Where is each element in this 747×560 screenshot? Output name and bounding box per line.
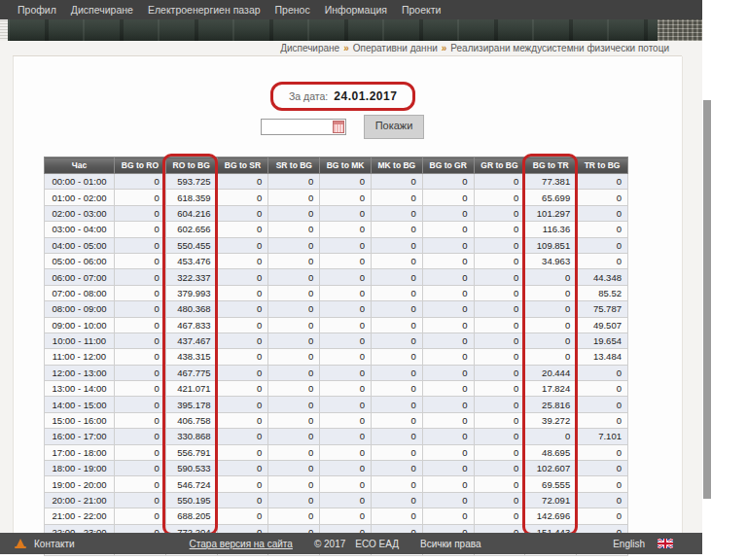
value-cell: 0: [320, 301, 372, 317]
value-cell: 0: [115, 222, 166, 237]
value-cell: 0: [268, 301, 320, 317]
table-row: 10:00 - 11:000437.467000000019.654: [45, 332, 628, 348]
hour-cell: 01:00 - 02:00: [45, 190, 115, 205]
hour-cell: 07:00 - 08:00: [45, 285, 115, 300]
table-row: 03:00 - 04:000602.656000000116.360: [45, 222, 628, 237]
value-cell: 0: [577, 237, 628, 253]
table-row: 01:00 - 02:000618.35900000065.6990: [45, 190, 628, 205]
nav-item-pazar[interactable]: Електроенергиен пазар: [148, 4, 261, 16]
value-cell: 0: [577, 253, 628, 268]
hour-cell: 03:00 - 04:00: [45, 222, 115, 237]
uk-flag-icon[interactable]: [658, 539, 673, 548]
value-cell: 7.101: [577, 429, 628, 444]
hour-cell: 00:00 - 01:00: [45, 174, 115, 190]
footer-old-version-link[interactable]: Стара версия на сайта: [190, 539, 293, 549]
value-cell: 0: [474, 508, 525, 524]
breadcrumb-operativni-danni[interactable]: Оперативни данни: [353, 43, 438, 53]
value-cell: 0: [474, 444, 525, 460]
value-cell: 0: [217, 332, 268, 348]
hour-cell: 09:00 - 10:00: [45, 317, 115, 332]
nav-item-informacia[interactable]: Информация: [325, 4, 387, 16]
value-cell: 0: [474, 285, 525, 300]
value-cell: 17.824: [525, 381, 577, 397]
value-cell: 0: [217, 412, 268, 428]
value-cell: 0: [268, 285, 320, 300]
footer-contacts-link[interactable]: Контакти: [34, 539, 75, 549]
table-row: 04:00 - 05:000550.455000000109.8510: [45, 237, 628, 253]
table-row: 17:00 - 18:000556.79100000048.6950: [45, 444, 628, 460]
header-row: ЧасBG to RORO to BGBG to SRSR to BGBG to…: [45, 158, 628, 174]
show-button[interactable]: Покажи: [364, 115, 424, 139]
hour-cell: 08:00 - 09:00: [45, 301, 115, 317]
vertical-scrollbar-thumb[interactable]: [703, 100, 711, 499]
value-cell: 0: [422, 205, 474, 221]
value-cell: 0: [474, 301, 525, 317]
value-cell: 0: [474, 492, 525, 508]
value-cell: 0: [474, 461, 525, 476]
table-head: ЧасBG to RORO to BGBG to SRSR to BGBG to…: [45, 158, 628, 174]
value-cell: 0: [217, 174, 268, 190]
value-cell: 0: [371, 429, 422, 444]
value-cell: 0: [268, 237, 320, 253]
value-cell: 0: [474, 365, 525, 380]
value-cell: 0: [217, 253, 268, 268]
value-cell: 0: [115, 476, 166, 492]
value-cell: 0: [115, 492, 166, 508]
value-cell: 593.725: [165, 174, 217, 190]
date-value: 24.01.2017: [334, 89, 397, 103]
value-cell: 0: [474, 332, 525, 348]
hour-cell: 05:00 - 06:00: [45, 253, 115, 268]
value-cell: 0: [268, 174, 320, 190]
value-cell: 688.205: [165, 508, 217, 524]
value-cell: 0: [474, 222, 525, 237]
column-header-bg-to-tr: BG to TR: [525, 158, 577, 174]
cone-icon: [15, 538, 26, 549]
nav-item-dispechirane[interactable]: Диспечиране: [71, 4, 133, 16]
value-cell: 0: [525, 317, 577, 332]
hour-cell: 17:00 - 18:00: [45, 444, 115, 460]
nav-item-prenos[interactable]: Пренос: [275, 4, 310, 16]
value-cell: 0: [115, 365, 166, 380]
value-cell: 0: [268, 269, 320, 285]
table-row: 05:00 - 06:000453.47600000034.9630: [45, 253, 628, 268]
value-cell: 0: [371, 492, 422, 508]
column-header-bg-to-ro: BG to RO: [115, 158, 166, 174]
value-cell: 0: [115, 397, 166, 412]
footer-language-link[interactable]: English: [613, 539, 645, 549]
value-cell: 0: [115, 237, 166, 253]
value-cell: 0: [115, 174, 166, 190]
value-cell: 0: [268, 429, 320, 444]
column-header-tr-to-bg: TR to BG: [577, 158, 628, 174]
value-cell: 0: [422, 412, 474, 428]
value-cell: 0: [115, 317, 166, 332]
value-cell: 44.348: [577, 269, 628, 285]
hour-cell: 18:00 - 19:00: [45, 461, 115, 476]
calendar-icon[interactable]: [333, 121, 344, 133]
table-row: 11:00 - 12:000438.315000000013.484: [45, 349, 628, 365]
value-cell: 0: [320, 412, 372, 428]
table-row: 06:00 - 07:000322.337000000044.348: [45, 269, 628, 285]
value-cell: 0: [525, 349, 577, 365]
value-cell: 0: [320, 444, 372, 460]
nav-item-profil[interactable]: Профил: [18, 4, 56, 16]
nav-item-proekti[interactable]: Проекти: [402, 4, 441, 16]
value-cell: 330.868: [165, 429, 217, 444]
value-cell: 0: [217, 365, 268, 380]
value-cell: 0: [422, 349, 474, 365]
value-cell: 0: [371, 301, 422, 317]
value-cell: 0: [217, 269, 268, 285]
value-cell: 0: [371, 190, 422, 205]
value-cell: 0: [268, 222, 320, 237]
table-row: 02:00 - 03:000604.216000000101.2970: [45, 205, 628, 221]
table-row: 00:00 - 01:000593.72500000077.3810: [45, 174, 628, 190]
value-cell: 0: [577, 365, 628, 380]
value-cell: 0: [474, 349, 525, 365]
value-cell: 0: [320, 397, 372, 412]
value-cell: 438.315: [165, 349, 217, 365]
breadcrumb-dispechirane[interactable]: Диспечиране: [280, 43, 339, 53]
value-cell: 437.467: [165, 332, 217, 348]
table-row: 07:00 - 08:000379.993000000085.52: [45, 285, 628, 300]
value-cell: 0: [474, 397, 525, 412]
value-cell: 0: [371, 269, 422, 285]
value-cell: 0: [371, 508, 422, 524]
